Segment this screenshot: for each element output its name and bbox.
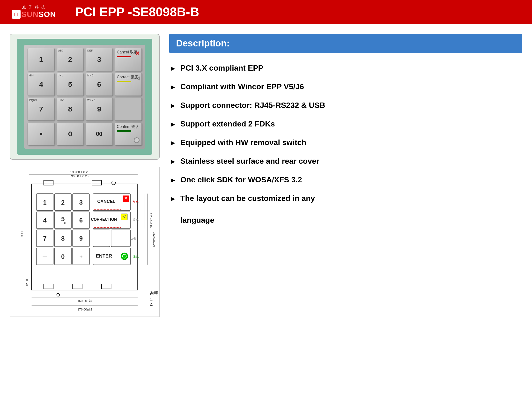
main-content: 1 ABC 2 DEF 3 Cancel 取消 ✕ [0, 24, 532, 322]
svg-text:—: — [43, 254, 47, 259]
feature-item-2: ► Compliant with Wincor EPP V5/J6 [169, 81, 522, 92]
key-5[interactable]: JKL 5 [57, 73, 84, 96]
svg-rect-9 [44, 284, 53, 289]
svg-text:5: 5 [61, 216, 65, 222]
feature-text-8: The layout can be customized in anylangu… [180, 193, 315, 225]
arrow-icon-1: ► [169, 63, 177, 74]
keypad-metal: 1 ABC 2 DEF 3 Cancel 取消 ✕ [24, 45, 145, 149]
arrow-icon-4: ► [169, 119, 177, 129]
svg-text:0: 0 [61, 253, 65, 260]
svg-text:83.11: 83.11 [21, 231, 24, 238]
feature-text-6: Stainless steel surface and rear cover [180, 156, 319, 167]
svg-text:红色: 红色 [133, 200, 139, 204]
key-dot[interactable]: ■ [28, 123, 55, 146]
arrow-icon-8: ► [169, 194, 177, 204]
arrow-icon-5: ► [169, 138, 177, 148]
logo-area: 旭 子 科 技 □ SUNSON [0, 0, 68, 24]
description-header: Description: [169, 34, 522, 53]
svg-rect-50 [93, 230, 110, 247]
svg-text:CORRECTION: CORRECTION [91, 217, 117, 222]
svg-text:6: 6 [79, 217, 83, 224]
arrow-icon-3: ► [169, 101, 177, 111]
right-panel: Description: ► PCI 3.X compliant EPP ► C… [169, 34, 522, 317]
left-panel: 1 ABC 2 DEF 3 Cancel 取消 ✕ [10, 34, 160, 317]
svg-text:138.00 ± 0.20: 138.00 ± 0.20 [70, 170, 89, 174]
svg-text:边框: 边框 [130, 237, 136, 240]
svg-text:96.50 ± 0.20: 96.50 ± 0.20 [71, 174, 89, 178]
arrow-icon-7: ► [169, 175, 177, 185]
svg-text:✕: ✕ [124, 196, 128, 201]
feature-list: ► PCI 3.X compliant EPP ► Compliant with… [169, 63, 522, 225]
feature-text-1: PCI 3.X compliant EPP [180, 63, 263, 74]
key-8[interactable]: TUV 8 [57, 98, 84, 121]
arrow-icon-2: ► [169, 82, 177, 92]
svg-text:1、: 1、 [150, 297, 156, 302]
svg-rect-6 [44, 180, 53, 185]
svg-text:4: 4 [43, 217, 47, 224]
svg-rect-5 [32, 184, 138, 290]
svg-rect-10 [73, 284, 82, 289]
svg-rect-11 [102, 284, 111, 289]
key-6[interactable]: MNO 6 [86, 73, 113, 96]
key-cancel[interactable]: Cancel 取消 ✕ [115, 48, 142, 71]
svg-text:160.00±鄚: 160.00±鄚 [77, 299, 92, 303]
keypad-photo: 1 ABC 2 DEF 3 Cancel 取消 ✕ [10, 34, 160, 160]
feature-item-5: ► Equipped with HW removal switch [169, 137, 522, 148]
key-4[interactable]: GHI 4 [28, 73, 55, 96]
key-9[interactable]: WXYZ 9 [86, 98, 113, 121]
svg-text:ENTER: ENTER [96, 253, 112, 259]
svg-text:黄色: 黄色 [133, 218, 139, 222]
feature-item-1: ► PCI 3.X compliant EPP [169, 63, 522, 74]
svg-text:9: 9 [79, 235, 83, 242]
arrow-icon-6: ► [169, 156, 177, 167]
svg-text:332.60±0.20: 332.60±0.20 [153, 232, 156, 247]
feature-text-7: One click SDK for WOSA/XFS 3.2 [180, 174, 302, 185]
header: 旭 子 科 技 □ SUNSON PCI EPP -SE8098B-B [0, 0, 532, 24]
feature-item-8: ► The layout can be customized in anylan… [169, 193, 522, 225]
key-2[interactable]: ABC 2 [57, 48, 84, 71]
svg-text:绿色: 绿色 [133, 255, 139, 258]
keypad-inner: 1 ABC 2 DEF 3 Cancel 取消 ✕ [17, 39, 152, 155]
svg-text:+: + [80, 254, 83, 260]
svg-point-23 [64, 222, 66, 224]
key-blank-top [115, 98, 142, 121]
feature-text-3: Support connector: RJ45-RS232 & USB [180, 100, 325, 111]
feature-item-3: ► Support connector: RJ45-RS232 & USB [169, 100, 522, 111]
svg-text:2: 2 [61, 199, 65, 206]
feature-text-2: Compliant with Wincor EPP V5/J6 [180, 81, 304, 92]
key-1[interactable]: 1 [28, 48, 55, 71]
feature-item-7: ► One click SDK for WOSA/XFS 3.2 [169, 174, 522, 185]
svg-text:说明: 说明 [150, 291, 158, 296]
feature-text-5: Equipped with HW removal switch [180, 137, 306, 148]
logo-brand: SUNSON [22, 10, 56, 19]
svg-rect-7 [92, 180, 102, 185]
svg-text:176.00±鄚: 176.00±鄚 [77, 308, 92, 311]
svg-text:8: 8 [61, 235, 65, 242]
svg-point-55 [121, 253, 128, 260]
page-title: PCI EPP -SE8098B-B [75, 5, 199, 19]
feature-text-4: Support extended 2 FDKs [180, 118, 275, 129]
logo-chinese: 旭 子 科 技 [12, 5, 56, 10]
key-0[interactable]: 0 [57, 123, 84, 146]
svg-text:12.00: 12.00 [25, 279, 29, 286]
svg-point-12 [57, 293, 59, 296]
svg-rect-51 [111, 230, 131, 247]
svg-text:CANCEL: CANCEL [97, 199, 115, 204]
feature-item-4: ► Support extended 2 FDKs [169, 118, 522, 129]
key-3[interactable]: DEF 3 [86, 48, 113, 71]
svg-text:7: 7 [43, 235, 46, 242]
svg-text:3: 3 [79, 199, 83, 206]
svg-text:◁: ◁ [122, 214, 126, 219]
svg-text:1: 1 [43, 199, 46, 206]
title-area: PCI EPP -SE8098B-B [68, 0, 532, 24]
key-confirm[interactable]: Confirm 确认 [115, 123, 142, 146]
key-correct[interactable]: Correct 更正 ◁ [115, 73, 142, 96]
svg-text:120.40±0.20: 120.40±0.20 [149, 213, 152, 228]
svg-text:2、: 2、 [150, 302, 156, 306]
key-7[interactable]: PQRS 7 [28, 98, 55, 121]
feature-item-6: ► Stainless steel surface and rear cover [169, 156, 522, 167]
key-00[interactable]: 00 [86, 123, 113, 146]
tech-drawing: 138.00 ± 0.20 96.50 ± 0.20 83.11 [10, 167, 160, 317]
